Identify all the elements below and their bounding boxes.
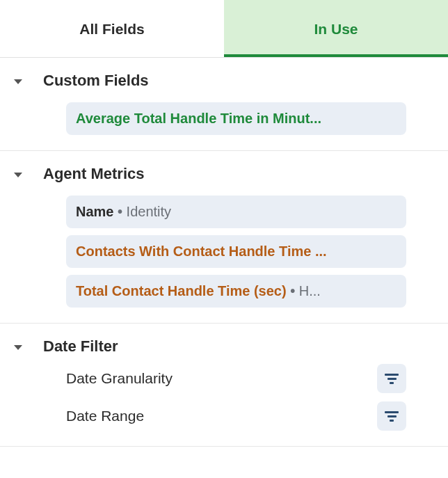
section-header-agent-metrics[interactable]: Agent Metrics: [0, 164, 448, 183]
caret-down-icon: [14, 79, 22, 84]
filter-button[interactable]: [377, 401, 406, 431]
section-header-custom-fields[interactable]: Custom Fields: [0, 70, 448, 90]
field-pill[interactable]: Average Total Handle Time in Minut...: [66, 102, 406, 135]
field-primary: Total Contact Handle Time (sec): [76, 283, 287, 298]
section-title: Agent Metrics: [43, 165, 144, 183]
section-body: Average Total Handle Time in Minut...: [0, 90, 448, 138]
field-secondary: H...: [299, 283, 321, 298]
section-agent-metrics: Agent Metrics Name • Identity Contacts W…: [0, 151, 448, 324]
section-title: Date Filter: [43, 337, 118, 356]
section-date-filter: Date Filter Date Granularity Date Range: [0, 324, 448, 447]
section-body: Name • Identity Contacts With Contact Ha…: [0, 183, 448, 310]
filter-row: Date Granularity: [66, 364, 406, 393]
filter-label: Date Granularity: [66, 370, 173, 387]
filter-icon: [385, 374, 399, 384]
caret-down-icon: [14, 345, 22, 350]
filter-label: Date Range: [66, 408, 144, 424]
field-secondary: Identity: [127, 204, 171, 219]
tab-all-fields[interactable]: All Fields: [0, 0, 224, 57]
section-custom-fields: Custom Fields Average Total Handle Time …: [0, 58, 448, 151]
field-primary: Contacts With Contact Handle Time ...: [76, 244, 327, 259]
separator: •: [118, 204, 127, 219]
field-primary: Name: [76, 204, 113, 219]
filter-button[interactable]: [377, 364, 406, 393]
separator: •: [290, 283, 299, 298]
filter-row: Date Range: [66, 401, 406, 431]
filter-icon: [385, 411, 399, 422]
tab-in-use[interactable]: In Use: [224, 0, 448, 57]
caret-down-icon: [14, 173, 22, 177]
field-pill[interactable]: Name • Identity: [66, 196, 406, 228]
field-pill[interactable]: Contacts With Contact Handle Time ...: [66, 235, 406, 268]
section-body: Date Granularity Date Range: [0, 356, 448, 433]
section-title: Custom Fields: [43, 72, 149, 90]
field-tabs: All Fields In Use: [0, 0, 448, 58]
field-pill[interactable]: Total Contact Handle Time (sec) • H...: [66, 275, 406, 308]
section-header-date-filter[interactable]: Date Filter: [0, 336, 448, 356]
